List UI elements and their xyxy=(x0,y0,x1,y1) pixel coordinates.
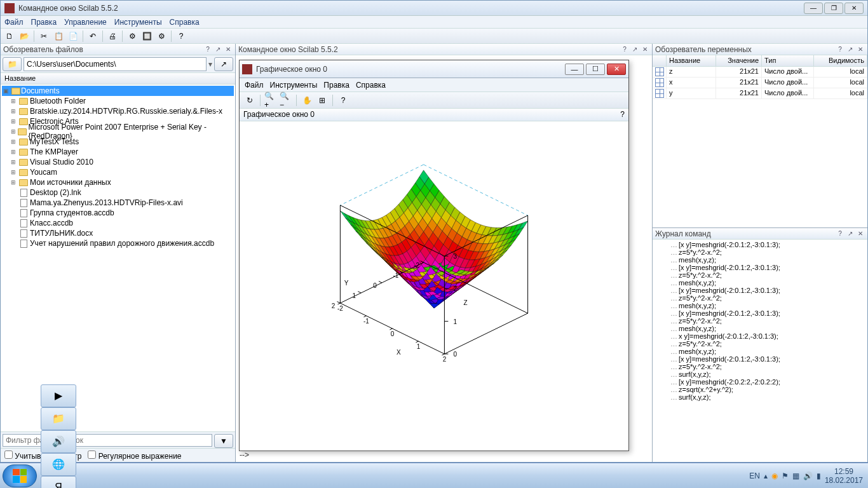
menu-file[interactable]: Файл xyxy=(4,18,24,27)
apps-icon[interactable]: 🔲 xyxy=(140,30,153,43)
new-icon[interactable]: 🗋 xyxy=(3,30,16,43)
tray-flag-icon[interactable]: ⚑ xyxy=(782,471,789,480)
close-panel-icon[interactable]: ✕ xyxy=(856,229,865,238)
up-button[interactable]: ↗ xyxy=(214,57,233,71)
hist-header[interactable]: Журнал команд ? ↗ ✕ xyxy=(653,228,867,240)
tree-file[interactable]: Desktop (2).lnk xyxy=(2,187,234,198)
regex-checkbox[interactable]: Регулярное выражение xyxy=(88,451,181,461)
history-line[interactable]: z=sqrt(x.^2+y.^2); xyxy=(655,386,865,393)
help-icon[interactable]: ? xyxy=(836,45,844,54)
history-line[interactable]: mesh(x,y,z); xyxy=(655,256,865,264)
tree-root[interactable]: ▣ Documents xyxy=(2,86,234,96)
tree-folder[interactable]: ⊞Мои источники данных xyxy=(2,177,234,187)
filter-button[interactable]: ▼ xyxy=(214,434,233,448)
gear-icon[interactable]: ⚙ xyxy=(155,30,168,43)
history-line[interactable]: z=5*y.^2-x.^2; xyxy=(655,248,865,256)
tray-network-icon[interactable]: ▦ xyxy=(792,471,799,480)
undock-icon[interactable]: ↗ xyxy=(846,45,855,54)
history-line[interactable]: x y]=meshgrid(-2:0.1:2,-3:0.1:3); xyxy=(655,332,865,340)
taskbar-app[interactable]: 📁 xyxy=(41,407,76,430)
variable-row[interactable]: x21x21Число двой...local xyxy=(653,78,867,88)
tray-battery-icon[interactable]: ▮ xyxy=(817,471,821,480)
help-icon[interactable]: ? xyxy=(203,45,212,54)
history-line[interactable]: mesh(x,y,z); xyxy=(655,279,865,287)
history-line[interactable]: z=5*y.^2-x.^2; xyxy=(655,317,865,325)
gfx-menu-help[interactable]: Справка xyxy=(356,81,386,90)
taskbar-app[interactable]: 🌐 xyxy=(41,453,76,476)
tree-file[interactable]: Mama.ya.Zhenyus.2013.HDTVRip-Files-x.avi xyxy=(2,198,234,208)
help-icon[interactable]: ? xyxy=(620,110,625,119)
var-header[interactable]: Обозреватель переменных ? ↗ ✕ xyxy=(653,44,867,55)
gfx-menu-edit[interactable]: Правка xyxy=(323,81,349,90)
lang-indicator[interactable]: EN xyxy=(749,471,760,480)
help-icon[interactable]: ? xyxy=(337,94,349,107)
history-line[interactable]: surf(x,y,z); xyxy=(655,393,865,401)
folder-button[interactable]: 📁 xyxy=(3,57,22,71)
zoom-out-icon[interactable]: 🔍− xyxy=(280,94,292,107)
file-column-header[interactable]: Название xyxy=(1,73,235,85)
history-line[interactable]: surf(x,y,z); xyxy=(655,370,865,378)
close-panel-icon[interactable]: ✕ xyxy=(856,45,865,54)
undock-icon[interactable]: ↗ xyxy=(214,45,222,54)
graphics-window[interactable]: Графическое окно 0 — ☐ ✕ Файл Инструмент… xyxy=(239,60,629,451)
paste-icon[interactable]: 📄 xyxy=(67,30,79,43)
close-button[interactable]: ✕ xyxy=(844,3,864,14)
menu-help[interactable]: Справка xyxy=(170,18,200,27)
taskbar-app[interactable]: ▶ xyxy=(41,384,76,407)
tree-folder[interactable]: ⊞Visual Studio 2010 xyxy=(2,157,234,167)
menu-tools[interactable]: Инструменты xyxy=(114,18,162,27)
settings-icon[interactable]: ⚙ xyxy=(126,30,139,43)
gfx-titlebar[interactable]: Графическое окно 0 — ☐ ✕ xyxy=(240,60,628,78)
minimize-button[interactable]: — xyxy=(565,64,584,75)
pan-icon[interactable]: ✋ xyxy=(301,94,313,107)
tree-file[interactable]: Учет нарушений правил дорожного движения… xyxy=(2,238,234,248)
variable-row[interactable]: y21x21Число двой...local xyxy=(653,88,867,99)
help-icon[interactable]: ? xyxy=(836,229,844,238)
console-header[interactable]: Командное окно Scilab 5.5.2 ? ↗ ✕ xyxy=(236,44,652,55)
menu-edit[interactable]: Правка xyxy=(31,18,57,27)
console-prompt[interactable]: --> xyxy=(240,451,249,459)
tree-folder[interactable]: ⊞Bratskie.uzy.2014.HDTVRip.RG.Russkie.se… xyxy=(2,106,234,116)
tray-volume-icon[interactable]: 🔊 xyxy=(803,471,813,480)
history-line[interactable]: z=5*y.^2-x.^2; xyxy=(655,340,865,348)
history-line[interactable]: [x y]=meshgrid(-2:0.1:2,-3:0.1:3); xyxy=(655,287,865,294)
history-line[interactable]: [x y]=meshgrid(-2:0.2:2,-2:0.2:2); xyxy=(655,378,865,386)
restore-button[interactable]: ❐ xyxy=(824,3,843,14)
plot-area[interactable]: -2-1012-2-10120123XYZ xyxy=(240,121,628,451)
history-line[interactable]: [x y]=meshgrid(-2:0.1:2,-3:0.1:3); xyxy=(655,309,865,317)
tray-avast-icon[interactable]: ◉ xyxy=(771,471,778,480)
history-line[interactable]: z=5*y.^2-x.^2; xyxy=(655,271,865,279)
undo-icon[interactable]: ↶ xyxy=(86,30,99,43)
gfx-menu-file[interactable]: Файл xyxy=(245,81,264,90)
tray-up-icon[interactable]: ▴ xyxy=(764,471,768,480)
start-button[interactable] xyxy=(3,464,37,487)
filter-input[interactable] xyxy=(3,434,212,447)
tree-folder[interactable]: ⊞Microsoft Power Point 2007 Enterprise +… xyxy=(2,126,234,137)
gfx-menu-tools[interactable]: Инструменты xyxy=(270,81,318,90)
history-line[interactable]: [x y]=meshgrid(-2:0.1:2,-3:0.1:3); xyxy=(655,264,865,271)
taskbar-app[interactable]: Я xyxy=(41,476,76,489)
data-icon[interactable]: ⊞ xyxy=(316,94,329,107)
history-line[interactable]: mesh(x,y,z); xyxy=(655,348,865,355)
menu-control[interactable]: Управление xyxy=(64,18,107,27)
close-panel-icon[interactable]: ✕ xyxy=(224,45,233,54)
maximize-button[interactable]: ☐ xyxy=(586,64,605,75)
cut-icon[interactable]: ✂ xyxy=(37,30,50,43)
file-tree[interactable]: ▣ Documents ⊞Bluetooth Folder⊞Bratskie.u… xyxy=(1,85,235,259)
history-line[interactable]: [x y]=meshgrid(-2:0.1:2,-3:0.1:3); xyxy=(655,241,865,248)
minimize-button[interactable]: — xyxy=(804,3,823,14)
history-line[interactable]: mesh(x,y,z); xyxy=(655,325,865,332)
undock-icon[interactable]: ↗ xyxy=(846,229,855,238)
system-tray[interactable]: EN ▴ ◉ ⚑ ▦ 🔊 ▮ 12:59 18.02.2017 xyxy=(749,467,865,485)
tree-folder[interactable]: ⊞The KMPlayer xyxy=(2,147,234,157)
print-icon[interactable]: 🖨 xyxy=(106,30,119,43)
open-icon[interactable]: 📂 xyxy=(18,30,31,43)
copy-icon[interactable]: 📋 xyxy=(52,30,65,43)
history-line[interactable]: mesh(x,y,z); xyxy=(655,302,865,309)
history-line[interactable]: z=5*y.^2-x.^2; xyxy=(655,294,865,302)
file-panel-header[interactable]: Обозреватель файлов ? ↗ ✕ xyxy=(1,44,235,55)
undock-icon[interactable]: ↗ xyxy=(630,45,639,54)
path-input[interactable] xyxy=(24,57,207,71)
dropdown-icon[interactable]: ▾ xyxy=(208,60,212,69)
tree-file[interactable]: Группа студентов.accdb xyxy=(2,208,234,218)
